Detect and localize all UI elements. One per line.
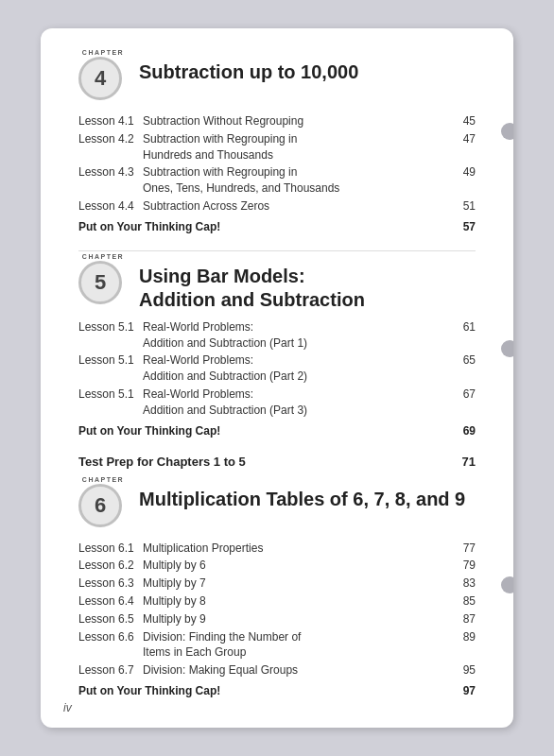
lesson-row: Lesson 4.1 Subtraction Without Regroupin… (78, 113, 476, 129)
thinking-cap-label: Put on Your Thinking Cap! (78, 220, 220, 233)
lesson-num: Lesson 6.6 (78, 629, 143, 645)
lesson-num: Lesson 6.5 (78, 611, 143, 627)
lesson-desc: Subtraction Across Zeros (143, 198, 453, 215)
lesson-desc: Subtraction with Regrouping inHundreds a… (143, 131, 453, 163)
lesson-page: 89 (453, 629, 476, 645)
lesson-page: 83 (453, 576, 476, 592)
chapter-6-title: Multiplication Tables of 6, 7, 8, and 9 (139, 484, 465, 511)
chapter-6-badge: CHAPTER 6 (78, 484, 128, 533)
lesson-row: Lesson 6.3 Multiply by 7 83 (78, 576, 476, 592)
lesson-desc: Multiplication Properties (143, 541, 453, 557)
chapter-6-number: 6 (78, 484, 122, 527)
lesson-num: Lesson 4.3 (78, 164, 143, 180)
lesson-desc: Multiply by 6 (143, 558, 453, 574)
lesson-page: 95 (453, 662, 476, 679)
lesson-desc: Division: Finding the Number ofItems in … (143, 629, 453, 662)
lesson-page: 47 (453, 131, 476, 147)
lesson-num: Lesson 5.1 (78, 387, 143, 403)
lesson-desc: Subtraction with Regrouping inOnes, Tens… (143, 164, 453, 197)
lesson-page: 65 (453, 352, 476, 369)
test-prep-label: Test Prep for Chapters 1 to 5 (78, 455, 246, 469)
chapter-label-6: CHAPTER (82, 476, 124, 483)
punch-hole-top (501, 123, 513, 140)
lesson-page: 85 (453, 593, 476, 610)
chapter-6-section: CHAPTER 6 Multiplication Tables of 6, 7,… (78, 484, 476, 697)
lesson-desc: Multiply by 8 (143, 593, 453, 610)
chapter-5-number: 5 (78, 261, 122, 304)
chapter-4-badge: CHAPTER 4 (78, 57, 128, 106)
lesson-row: Lesson 5.1 Real-World Problems:Addition … (78, 352, 476, 385)
lesson-num: Lesson 4.2 (78, 131, 143, 147)
lesson-row: Lesson 6.7 Division: Making Equal Groups… (78, 662, 476, 679)
lesson-num: Lesson 6.3 (78, 576, 143, 592)
lesson-row: Lesson 6.6 Division: Finding the Number … (78, 629, 476, 662)
lesson-row: Lesson 4.3 Subtraction with Regrouping i… (78, 164, 476, 197)
thinking-cap-page: 57 (463, 220, 476, 233)
lesson-desc: Real-World Problems:Addition and Subtrac… (143, 319, 453, 352)
punch-hole-mid (501, 340, 513, 357)
divider (78, 250, 476, 251)
chapter-4-lessons: Lesson 4.1 Subtraction Without Regroupin… (78, 113, 476, 215)
lesson-page: 51 (453, 198, 476, 215)
thinking-cap-page: 97 (463, 684, 476, 697)
lesson-page: 67 (453, 387, 476, 403)
thinking-cap-5: Put on Your Thinking Cap! 69 (78, 424, 476, 438)
chapter-5-section: CHAPTER 5 Using Bar Models:Addition and … (78, 261, 476, 438)
lesson-row: Lesson 5.1 Real-World Problems:Addition … (78, 387, 476, 419)
lesson-desc: Multiply by 7 (143, 576, 453, 592)
chapter-label-4: CHAPTER (82, 49, 124, 56)
lesson-page: 79 (453, 558, 476, 574)
lesson-page: 45 (453, 113, 476, 129)
chapter-6-header: CHAPTER 6 Multiplication Tables of 6, 7,… (78, 484, 476, 533)
chapter-5-lessons: Lesson 5.1 Real-World Problems:Addition … (78, 319, 476, 419)
lesson-num: Lesson 4.1 (78, 113, 143, 129)
thinking-cap-page: 69 (463, 424, 476, 438)
toc-page: CHAPTER 4 Subtraction up to 10,000 Lesso… (41, 28, 513, 728)
chapter-label-5: CHAPTER (82, 253, 124, 260)
chapter-4-header: CHAPTER 4 Subtraction up to 10,000 (78, 57, 476, 106)
lesson-num: Lesson 6.7 (78, 662, 143, 679)
lesson-desc: Subtraction Without Regrouping (143, 113, 453, 129)
chapter-5-title: Using Bar Models:Addition and Subtractio… (139, 261, 365, 312)
chapter-4-title: Subtraction up to 10,000 (139, 57, 358, 84)
lesson-num: Lesson 6.4 (78, 593, 143, 610)
lesson-desc: Multiply by 9 (143, 611, 453, 627)
lesson-desc: Real-World Problems:Addition and Subtrac… (143, 352, 453, 385)
lesson-num: Lesson 4.4 (78, 198, 143, 215)
chapter-4-section: CHAPTER 4 Subtraction up to 10,000 Lesso… (78, 57, 476, 233)
thinking-cap-label: Put on Your Thinking Cap! (78, 424, 220, 438)
lesson-desc: Division: Making Equal Groups (143, 662, 453, 679)
punch-hole-bot (501, 576, 513, 593)
thinking-cap-label: Put on Your Thinking Cap! (78, 684, 220, 697)
lesson-num: Lesson 6.2 (78, 558, 143, 574)
lesson-row: Lesson 6.5 Multiply by 9 87 (78, 611, 476, 627)
thinking-cap-4: Put on Your Thinking Cap! 57 (78, 220, 476, 233)
chapter-5-badge: CHAPTER 5 (78, 261, 128, 310)
chapter-5-header: CHAPTER 5 Using Bar Models:Addition and … (78, 261, 476, 312)
lesson-num: Lesson 5.1 (78, 319, 143, 335)
test-prep-page: 71 (462, 455, 476, 469)
lesson-page: 87 (453, 611, 476, 627)
test-prep: Test Prep for Chapters 1 to 5 71 (78, 455, 476, 469)
lesson-row: Lesson 4.4 Subtraction Across Zeros 51 (78, 198, 476, 215)
lesson-row: Lesson 6.1 Multiplication Properties 77 (78, 541, 476, 557)
lesson-page: 61 (453, 319, 476, 335)
lesson-row: Lesson 6.2 Multiply by 6 79 (78, 558, 476, 574)
lesson-row: Lesson 6.4 Multiply by 8 85 (78, 593, 476, 610)
lesson-num: Lesson 6.1 (78, 541, 143, 557)
lesson-row: Lesson 4.2 Subtraction with Regrouping i… (78, 131, 476, 163)
lesson-page: 49 (453, 164, 476, 180)
chapter-6-lessons: Lesson 6.1 Multiplication Properties 77 … (78, 541, 476, 679)
chapter-4-number: 4 (78, 57, 122, 100)
lesson-num: Lesson 5.1 (78, 352, 143, 369)
thinking-cap-6: Put on Your Thinking Cap! 97 (78, 684, 476, 697)
page-number: iv (63, 701, 72, 714)
lesson-page: 77 (453, 541, 476, 557)
lesson-row: Lesson 5.1 Real-World Problems:Addition … (78, 319, 476, 352)
lesson-desc: Real-World Problems:Addition and Subtrac… (143, 387, 453, 419)
